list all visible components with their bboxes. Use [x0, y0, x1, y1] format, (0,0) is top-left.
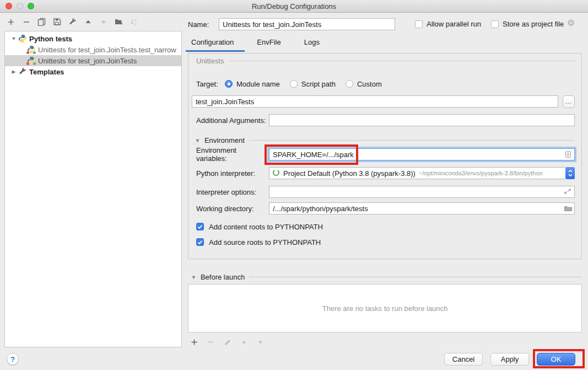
dropdown-stepper-icon[interactable] [565, 167, 575, 179]
store-as-project-file-label: Store as project file [503, 20, 564, 28]
browse-button[interactable]: ... [563, 95, 575, 108]
before-launch-toolbar [190, 338, 265, 346]
interpreter-path: ~/opt/miniconda3/envs/pyspark-3.8/bin/py… [419, 170, 574, 176]
edit-templates-icon[interactable] [68, 18, 77, 26]
chevron-right-icon[interactable]: ▶ [9, 69, 18, 74]
group-title: Unittests [196, 57, 224, 65]
add-content-roots-checkbox[interactable]: Add content roots to PYTHONPATH [196, 222, 323, 231]
zoom-window-button[interactable] [28, 3, 34, 9]
before-launch-empty-text: There are no tasks to run before launch [322, 304, 448, 313]
expand-icon[interactable] [564, 187, 573, 196]
allow-parallel-run-label: Allow parallel run [427, 20, 481, 28]
tree-item-unittest-narrow[interactable]: Unittests for test_join.JoinTests.test_n… [5, 44, 181, 55]
environment-variables-input[interactable] [269, 148, 575, 160]
before-launch-task-list: There are no tasks to run before launch [188, 284, 582, 333]
folder-icon[interactable] [564, 204, 573, 213]
tab-logs[interactable]: Logs [304, 36, 327, 51]
radio-custom[interactable]: Custom [346, 80, 382, 88]
save-icon[interactable] [53, 18, 61, 26]
move-up-icon[interactable] [84, 18, 92, 26]
conda-env-icon [272, 169, 280, 178]
working-directory-row: Working directory: [196, 202, 575, 215]
radio-script-path[interactable]: Script path [290, 80, 336, 88]
configurations-tree: ▼ Python tests Unittests for test_join.J… [4, 31, 182, 347]
python-icon [18, 34, 27, 43]
radio-unselected-icon[interactable] [290, 80, 298, 88]
tree-item-label: Unittests for test_join.JoinTests [38, 57, 137, 65]
add-source-roots-checkbox[interactable]: Add source roots to PYTHONPATH [196, 238, 321, 246]
additional-arguments-input[interactable] [269, 114, 575, 126]
minimize-window-button[interactable] [17, 3, 23, 9]
move-down-icon[interactable] [99, 18, 107, 26]
allow-parallel-run-checkbox[interactable]: Allow parallel run [415, 20, 481, 28]
wrench-icon [18, 67, 27, 76]
edit-task-icon[interactable] [223, 338, 231, 346]
ok-label: OK [551, 355, 562, 363]
tab-envfile[interactable]: EnvFile [257, 36, 288, 51]
radio-module-name[interactable]: Module name [225, 80, 280, 88]
environment-header-label: Environment [204, 136, 245, 144]
svg-text:z: z [134, 22, 137, 26]
help-button[interactable]: ? [7, 353, 19, 365]
working-directory-label: Working directory: [196, 205, 269, 213]
module-name-row: ... [192, 95, 575, 108]
interpreter-options-label: Interpreter options: [196, 188, 269, 196]
radio-unselected-icon[interactable] [346, 80, 353, 88]
add-content-roots-label: Add content roots to PYTHONPATH [209, 223, 323, 231]
interpreter-options-input[interactable] [269, 186, 575, 198]
gear-icon[interactable]: ⚙ [567, 19, 575, 28]
tree-item-python-tests[interactable]: ▼ Python tests [5, 33, 181, 44]
tree-item-label: Python tests [29, 35, 72, 43]
add-source-roots-label: Add source roots to PYTHONPATH [209, 238, 321, 246]
interpreter-options-row: Interpreter options: [196, 186, 575, 198]
radio-label: Custom [357, 80, 382, 88]
traffic-lights [6, 3, 34, 9]
svg-text:a: a [134, 18, 137, 22]
new-folder-icon[interactable] [115, 18, 123, 26]
tab-bar: Configuration EnvFile Logs [188, 36, 327, 51]
unittests-group-header: Unittests [196, 57, 576, 65]
configuration-panel: Unittests Target: Module name Script pat… [188, 53, 582, 259]
target-row: Target: Module name Script path Custom [196, 78, 575, 90]
close-window-button[interactable] [6, 3, 12, 9]
checkbox-unchecked-icon[interactable] [415, 20, 423, 28]
tree-item-templates[interactable]: ▶ Templates [5, 66, 181, 77]
apply-button[interactable]: Apply [490, 353, 529, 366]
sort-alphabetically-icon[interactable]: az [130, 18, 138, 26]
add-icon[interactable] [7, 18, 15, 26]
ok-button[interactable]: OK [537, 353, 575, 366]
environment-variables-row: Environment variables: [196, 148, 575, 160]
python-interpreter-select[interactable]: Project Default (Python 3.8 (pyspark-3.8… [269, 167, 575, 179]
module-name-input[interactable] [192, 95, 558, 108]
working-directory-input[interactable] [269, 202, 575, 215]
tab-configuration[interactable]: Configuration [188, 36, 241, 51]
environment-variables-label: Environment variables: [196, 146, 269, 163]
checkbox-unchecked-icon[interactable] [491, 20, 499, 28]
tree-item-unittest-jointests-selected[interactable]: Unittests for test_join.JoinTests [5, 55, 181, 66]
checkbox-checked-icon[interactable] [196, 223, 204, 230]
target-label: Target: [196, 80, 225, 88]
copy-icon[interactable] [37, 18, 46, 26]
chevron-down-icon[interactable]: ▼ [195, 138, 200, 143]
store-as-project-file-checkbox[interactable]: Store as project file [491, 20, 564, 28]
edit-variables-icon[interactable] [564, 150, 573, 159]
before-launch-section-header[interactable]: ▼ Before launch [191, 273, 582, 281]
divider [230, 61, 576, 61]
remove-icon[interactable] [22, 18, 30, 26]
remove-task-icon[interactable] [207, 338, 215, 346]
test-green-dot [33, 62, 36, 65]
add-task-icon[interactable] [190, 338, 198, 346]
chevron-down-icon[interactable]: ▼ [191, 275, 196, 280]
name-input[interactable] [219, 18, 395, 30]
cancel-button[interactable]: Cancel [444, 353, 483, 366]
radio-label: Module name [236, 80, 280, 88]
apply-label: Apply [501, 355, 519, 363]
python-interpreter-label: Python interpreter: [196, 169, 269, 178]
move-task-up-icon[interactable] [240, 338, 248, 346]
checkbox-checked-icon[interactable] [196, 238, 204, 246]
chevron-down-icon[interactable]: ▼ [9, 36, 18, 41]
divider [249, 140, 575, 141]
radio-selected-icon[interactable] [225, 80, 233, 88]
environment-section-header[interactable]: ▼ Environment [195, 136, 575, 144]
move-task-down-icon[interactable] [256, 338, 265, 346]
